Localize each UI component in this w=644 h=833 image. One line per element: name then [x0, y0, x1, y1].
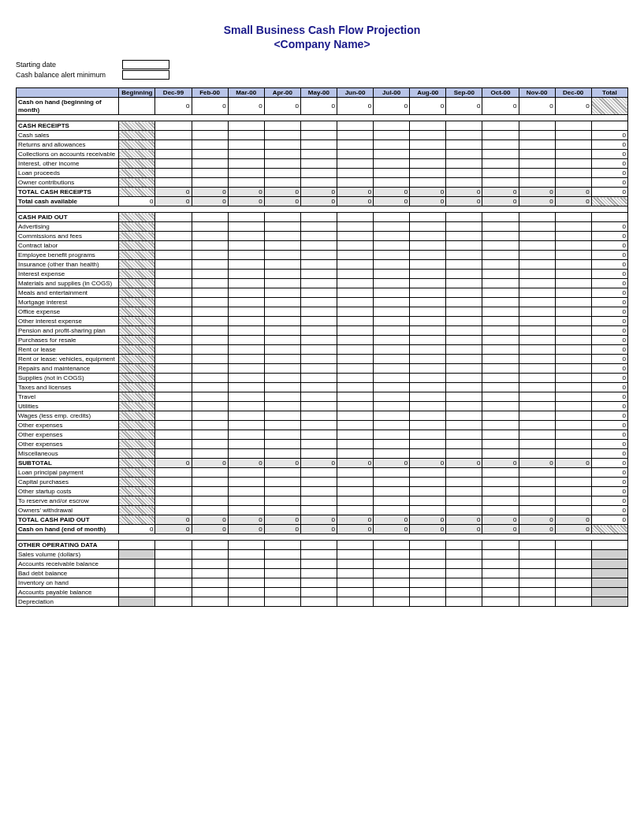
cell[interactable] — [446, 449, 482, 459]
cell[interactable] — [192, 288, 228, 298]
cell[interactable] — [555, 307, 591, 317]
cell[interactable] — [446, 131, 482, 140]
cell[interactable] — [482, 374, 519, 383]
cell[interactable] — [300, 222, 337, 232]
cell[interactable] — [374, 213, 410, 222]
cell[interactable] — [446, 411, 482, 421]
cell[interactable]: 0 — [264, 459, 300, 468]
cell[interactable] — [519, 364, 555, 374]
cell[interactable] — [374, 449, 410, 459]
cell[interactable] — [482, 345, 519, 355]
cell[interactable] — [337, 241, 373, 251]
cell[interactable] — [300, 496, 337, 506]
cell[interactable] — [155, 506, 192, 515]
cell[interactable] — [519, 421, 555, 430]
cell[interactable] — [192, 588, 228, 597]
cell[interactable] — [300, 392, 337, 402]
cell[interactable] — [228, 270, 264, 279]
cell[interactable]: 0 — [446, 525, 482, 534]
cell[interactable] — [264, 169, 300, 178]
cell[interactable] — [119, 288, 155, 298]
cell[interactable] — [410, 121, 446, 131]
cell[interactable]: 0 — [300, 98, 337, 115]
cell[interactable] — [192, 550, 228, 560]
cell[interactable] — [228, 468, 264, 478]
cell[interactable]: 0 — [446, 188, 482, 197]
cell[interactable] — [192, 355, 228, 364]
cell[interactable]: 0 — [555, 188, 591, 197]
cell[interactable]: 0 — [155, 525, 192, 534]
cell[interactable] — [155, 411, 192, 421]
cell[interactable]: 0 — [337, 459, 373, 468]
cell[interactable] — [374, 411, 410, 421]
cell[interactable] — [519, 222, 555, 232]
cell[interactable] — [155, 383, 192, 392]
cell[interactable] — [228, 487, 264, 496]
cell[interactable] — [192, 241, 228, 251]
cell[interactable] — [446, 478, 482, 487]
cell[interactable] — [119, 421, 155, 430]
cell[interactable] — [155, 178, 192, 188]
cell[interactable] — [446, 430, 482, 440]
cell[interactable] — [264, 336, 300, 345]
cell[interactable] — [482, 392, 519, 402]
cell[interactable] — [410, 326, 446, 336]
cell[interactable] — [228, 260, 264, 270]
cell[interactable] — [374, 506, 410, 515]
cell[interactable] — [519, 430, 555, 440]
cell[interactable] — [119, 402, 155, 411]
cell[interactable] — [410, 251, 446, 260]
cell[interactable] — [119, 336, 155, 345]
cell[interactable] — [228, 597, 264, 607]
cell[interactable] — [155, 326, 192, 336]
cell[interactable]: 0 — [591, 515, 627, 525]
cell[interactable]: 0 — [591, 374, 627, 383]
cell[interactable] — [555, 569, 591, 578]
cell[interactable] — [410, 213, 446, 222]
cell[interactable] — [264, 578, 300, 588]
cell[interactable] — [410, 383, 446, 392]
cell[interactable] — [264, 222, 300, 232]
cell[interactable] — [410, 178, 446, 188]
cell[interactable] — [446, 364, 482, 374]
cell[interactable]: 0 — [555, 197, 591, 206]
cell[interactable] — [192, 383, 228, 392]
cell[interactable] — [446, 560, 482, 569]
cell[interactable]: 0 — [519, 515, 555, 525]
cell[interactable] — [337, 487, 373, 496]
cell[interactable] — [119, 541, 155, 550]
cell[interactable]: 0 — [374, 515, 410, 525]
cell[interactable] — [300, 270, 337, 279]
cell[interactable] — [410, 468, 446, 478]
cell[interactable]: 0 — [591, 188, 627, 197]
cell[interactable] — [155, 541, 192, 550]
cell[interactable] — [337, 169, 373, 178]
cell[interactable] — [155, 569, 192, 578]
cell[interactable] — [119, 515, 155, 525]
cell[interactable] — [555, 560, 591, 569]
cell[interactable]: 0 — [555, 525, 591, 534]
cell[interactable] — [119, 307, 155, 317]
cell[interactable]: 0 — [591, 298, 627, 307]
cell[interactable] — [410, 506, 446, 515]
cell[interactable] — [119, 169, 155, 178]
cell[interactable] — [228, 345, 264, 355]
cell[interactable] — [482, 560, 519, 569]
cell[interactable] — [264, 421, 300, 430]
cell[interactable] — [446, 345, 482, 355]
cell[interactable] — [591, 525, 627, 534]
cell[interactable] — [264, 241, 300, 251]
cell[interactable]: 0 — [228, 98, 264, 115]
cell[interactable] — [519, 140, 555, 150]
cell[interactable] — [337, 569, 373, 578]
cell[interactable] — [446, 355, 482, 364]
cell[interactable] — [446, 440, 482, 449]
cell[interactable] — [446, 178, 482, 188]
cell[interactable] — [155, 307, 192, 317]
cell[interactable] — [300, 131, 337, 140]
cell[interactable] — [410, 597, 446, 607]
cell[interactable]: 0 — [591, 402, 627, 411]
cell[interactable]: 0 — [519, 197, 555, 206]
cell[interactable] — [264, 140, 300, 150]
cell[interactable] — [264, 541, 300, 550]
